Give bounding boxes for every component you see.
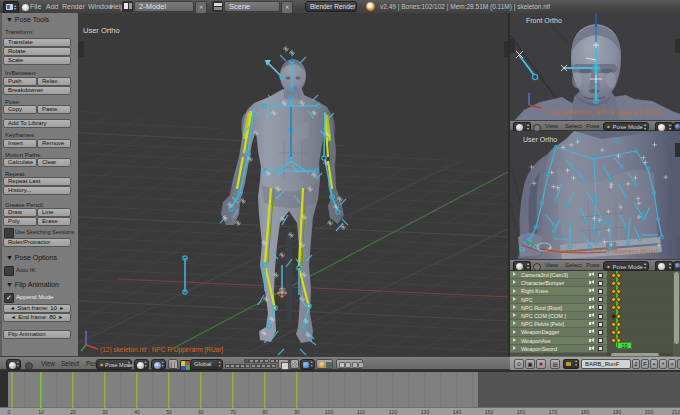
svg-text:210: 210 <box>672 409 680 415</box>
svg-text:User Ortho: User Ortho <box>523 136 557 143</box>
svg-text:(12) skeleton.nif : NPC R Uppe: (12) skeleton.nif : NPC R Upperarm [RUar… <box>100 346 223 354</box>
svg-text:130: 130 <box>421 409 430 415</box>
svg-text:150: 150 <box>485 409 494 415</box>
svg-text:120: 120 <box>389 409 398 415</box>
svg-text:100: 100 <box>325 409 334 415</box>
svg-text:(12) skeleton.nif : NPC R Uppe: (12) skeleton.nif : NPC R Upperarm [RUar… <box>548 109 662 115</box>
svg-text:(12) skeleton.nif : NPC R Uppe: (12) skeleton.nif : NPC R Upperarm [RUar… <box>544 248 658 254</box>
svg-text:170: 170 <box>549 409 558 415</box>
svg-text:110: 110 <box>357 409 365 415</box>
svg-text:140: 140 <box>453 409 462 415</box>
svg-text:190: 190 <box>613 409 622 415</box>
svg-text:User Ortho: User Ortho <box>83 26 120 35</box>
svg-text:160: 160 <box>517 409 526 415</box>
svg-text:180: 180 <box>581 409 590 415</box>
svg-text:Front Ortho: Front Ortho <box>526 17 562 24</box>
svg-text:200: 200 <box>645 409 654 415</box>
svg-text:0: 0 <box>8 409 11 415</box>
